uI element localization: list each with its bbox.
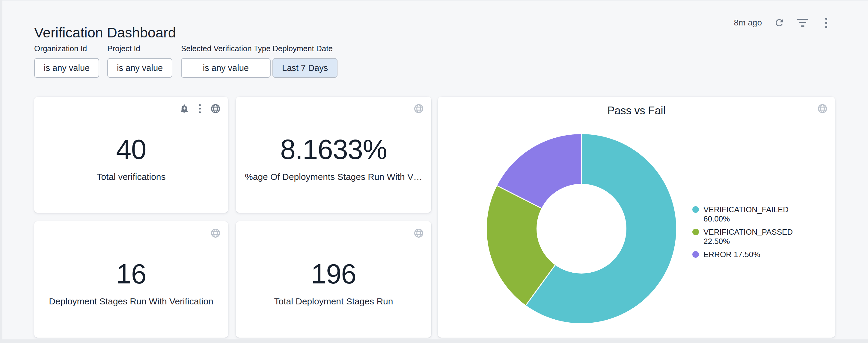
- page-title: Verification Dashboard: [34, 24, 176, 42]
- chart-title: Pass vs Fail: [438, 104, 835, 117]
- filter-verification-type: Selected Verification Type is any value: [181, 44, 271, 78]
- tile-label: %age Of Deployments Stages Run With V…: [240, 171, 428, 183]
- tile-label: Total verifications: [38, 171, 224, 183]
- chart-legend: VERIFICATION_FAILED 60.00% VERIFICATION_…: [692, 205, 793, 259]
- filter-label: Organization Id: [34, 44, 99, 53]
- tile-value: 8.1633%: [236, 134, 431, 164]
- tile-stages-run-with-verification: 16 Deployment Stages Run With Verificati…: [34, 221, 228, 338]
- legend-swatch-icon: [692, 251, 699, 258]
- filter-deployment-date: Deployment Date Last 7 Days: [273, 44, 338, 78]
- legend-label: ERROR 17.50%: [704, 250, 760, 259]
- filter-organization-id-value[interactable]: is any value: [34, 58, 99, 78]
- tile-label: Deployment Stages Run With Verification: [38, 296, 224, 307]
- tile-total-verifications: 40 Total verifications: [34, 97, 228, 213]
- filter-verification-type-value[interactable]: is any value: [181, 58, 271, 78]
- page-bottom-edge: [0, 339, 868, 343]
- legend-percent: 22.50%: [704, 237, 793, 246]
- tile-label: Total Deployment Stages Run: [240, 296, 428, 307]
- globe-icon[interactable]: [413, 103, 424, 114]
- pass-vs-fail-chart-card: Pass vs Fail VERIFICATION_FAILED 60.00% …: [438, 97, 835, 338]
- legend-swatch-icon: [692, 229, 699, 235]
- page-top-edge: [2, 0, 868, 1]
- tile-pct-deployment-stages: 8.1633% %age Of Deployments Stages Run W…: [236, 97, 431, 213]
- legend-percent: 60.00%: [704, 214, 788, 224]
- legend-label: VERIFICATION_PASSED: [704, 228, 793, 236]
- legend-swatch-icon: [692, 206, 699, 213]
- tile-value: 196: [236, 259, 431, 289]
- filter-deployment-date-value[interactable]: Last 7 Days: [273, 58, 338, 78]
- last-refreshed-text: 8m ago: [734, 18, 762, 28]
- filter-icon[interactable]: [797, 17, 809, 29]
- donut-hole: [536, 184, 626, 274]
- filter-label: Deployment Date: [273, 44, 338, 53]
- filter-organization-id: Organization Id is any value: [34, 44, 99, 78]
- legend-label: VERIFICATION_FAILED: [704, 205, 788, 214]
- alert-bell-plus-icon[interactable]: [179, 103, 190, 114]
- donut-chart[interactable]: [487, 134, 676, 323]
- globe-icon[interactable]: [413, 228, 424, 239]
- filter-project-id-value[interactable]: is any value: [107, 58, 172, 78]
- tile-value: 16: [34, 259, 228, 289]
- tile-total-stages-run: 196 Total Deployment Stages Run: [236, 221, 431, 338]
- filter-label: Selected Verification Type: [181, 44, 271, 53]
- legend-item-verification-failed[interactable]: VERIFICATION_FAILED 60.00%: [692, 205, 793, 224]
- globe-icon[interactable]: [817, 103, 828, 114]
- refresh-icon[interactable]: [773, 17, 785, 29]
- filter-label: Project Id: [107, 44, 172, 53]
- globe-icon[interactable]: [210, 228, 221, 239]
- tile-value: 40: [34, 134, 228, 164]
- filter-project-id: Project Id is any value: [107, 44, 172, 78]
- legend-item-verification-passed[interactable]: VERIFICATION_PASSED 22.50%: [692, 228, 793, 246]
- header-actions: 8m ago: [734, 17, 832, 29]
- kebab-menu-icon[interactable]: [820, 17, 832, 29]
- kebab-menu-icon[interactable]: [194, 103, 205, 114]
- legend-item-error[interactable]: ERROR 17.50%: [692, 250, 793, 259]
- globe-icon[interactable]: [210, 103, 221, 114]
- page-left-edge: [0, 0, 2, 343]
